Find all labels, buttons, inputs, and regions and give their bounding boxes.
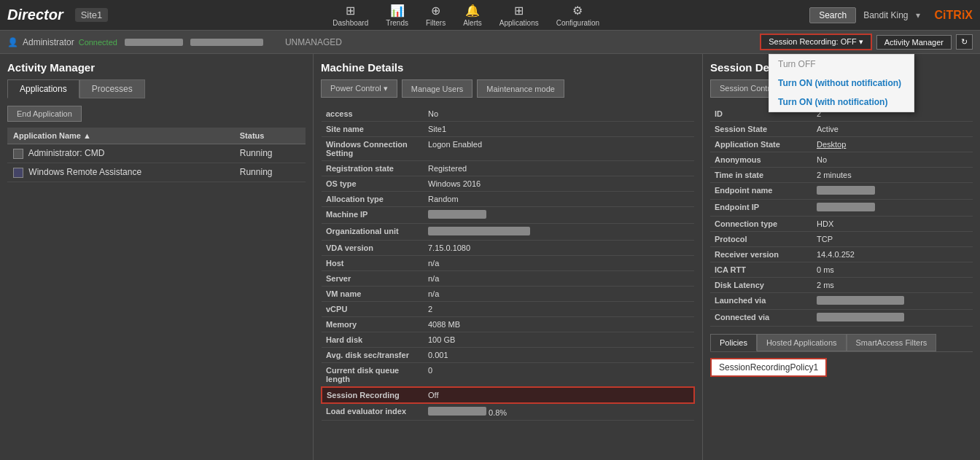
session-value [812, 293, 973, 310]
detail-row: Site name Site1 [322, 122, 694, 137]
tab-hosted-apps[interactable]: Hosted Applications [757, 334, 847, 351]
tab-applications[interactable]: Applications [7, 79, 79, 98]
table-row[interactable]: Windows Remote Assistance Running [7, 163, 306, 182]
detail-label: Registration state [322, 161, 424, 176]
session-label: Receiver version [710, 247, 812, 262]
session-recording-button[interactable]: Session Recording: OFF ▾ [760, 34, 872, 50]
detail-value: Random [424, 192, 694, 207]
sub-header-right: Session Recording: OFF ▾ Activity Manage… [760, 34, 973, 50]
table-row[interactable]: Administrator: CMD Running [7, 144, 306, 163]
session-value: 14.4.0.252 [812, 247, 973, 262]
blurred-connected-via [817, 313, 904, 321]
tab-smartaccess[interactable]: SmartAccess Filters [847, 334, 937, 351]
detail-label: Session Recording [322, 387, 424, 403]
user-dropdown-icon[interactable]: ▾ [916, 10, 920, 20]
detail-row: Server n/a [322, 271, 694, 286]
detail-row: Registration state Registered [322, 161, 694, 176]
session-value [812, 183, 973, 200]
detail-row: Organizational unit [322, 224, 694, 241]
blurred-endpoint-name [817, 186, 875, 195]
manage-users-button[interactable]: Manage Users [402, 79, 473, 98]
session-info-row: ICA RTT 0 ms [710, 262, 973, 278]
tab-policies[interactable]: Policies [710, 334, 757, 351]
session-info-row: Receiver version 14.4.0.252 [710, 247, 973, 262]
app-icon-cmd [13, 149, 23, 159]
session-label: ICA RTT [710, 262, 812, 278]
blurred-machine-ip [428, 210, 486, 219]
activity-manager-title: Activity Manager [7, 61, 306, 74]
dropdown-turn-on-no-notif[interactable]: Turn ON (without notification) [769, 74, 914, 93]
detail-row: Machine IP [322, 207, 694, 224]
detail-value [424, 207, 694, 224]
session-label: Endpoint name [710, 183, 812, 200]
session-info-row: Connected via [710, 310, 973, 327]
detail-value: Windows 2016 [424, 176, 694, 192]
session-label: Anonymous [710, 152, 812, 168]
detail-value: Registered [424, 161, 694, 176]
detail-label: Memory [322, 317, 424, 332]
app-name-cell: Windows Remote Assistance [7, 163, 234, 182]
dropdown-turn-off[interactable]: Turn OFF [769, 55, 914, 74]
session-value: Desktop [812, 137, 973, 152]
session-info-row: Protocol TCP [710, 232, 973, 247]
session-info-row: Application State Desktop [710, 137, 973, 152]
nav-configuration[interactable]: ⚙ Configuration [556, 4, 599, 27]
desktop-link[interactable]: Desktop [817, 140, 846, 149]
detail-value: Site1 [424, 122, 694, 137]
detail-label: Avg. disk sec/transfer [322, 348, 424, 363]
detail-row: Load evaluator index 0.8% [322, 403, 694, 421]
detail-label: Site name [322, 122, 424, 137]
detail-value: n/a [424, 271, 694, 286]
nav-filters[interactable]: ⊕ Filters [426, 4, 446, 27]
blurred-sub2 [190, 39, 263, 46]
site-label: Site1 [75, 8, 109, 22]
user-icon: 👤 [7, 37, 18, 47]
detail-label: VM name [322, 286, 424, 302]
dropdown-turn-on-notif[interactable]: Turn ON (with notification) [769, 93, 914, 112]
nav-applications[interactable]: ⊞ Applications [499, 4, 539, 27]
tab-processes[interactable]: Processes [79, 79, 145, 98]
connected-badge: Connected [79, 38, 117, 47]
detail-value: 0 [424, 363, 694, 388]
activity-manager-button[interactable]: Activity Manager [876, 35, 952, 50]
app-name-cell: Administrator: CMD [7, 144, 234, 163]
col-app-name: Application Name ▲ [7, 128, 234, 144]
detail-label: Load evaluator index [322, 403, 424, 421]
nav-dashboard[interactable]: ⊞ Dashboard [332, 4, 368, 27]
nav-alerts[interactable]: 🔔 Alerts [463, 4, 482, 27]
nav-trends[interactable]: 📊 Trends [386, 4, 408, 27]
detail-row: VDA version 7.15.0.1080 [322, 241, 694, 256]
machine-controls: Power Control ▾ Manage Users Maintenance… [321, 79, 695, 98]
user-label: Bandit King [863, 10, 908, 20]
detail-value: 4088 MB [424, 317, 694, 332]
power-control-button[interactable]: Power Control ▾ [321, 79, 397, 98]
session-value: Active [812, 122, 973, 137]
detail-row: Windows Connection Setting Logon Enabled [322, 137, 694, 161]
detail-label: Current disk queue length [322, 363, 424, 388]
sub-header: 👤 Administrator Connected UNMANAGED Sess… [0, 31, 980, 54]
detail-value highlight-orange: 0.001 [424, 348, 694, 363]
detail-value: 100 GB [424, 332, 694, 348]
detail-value: n/a [424, 256, 694, 271]
applications-table: Application Name ▲ Status Administrator:… [7, 128, 306, 182]
detail-value [424, 224, 694, 241]
detail-row: VM name n/a [322, 286, 694, 302]
end-application-button[interactable]: End Application [7, 106, 82, 122]
session-label: Application State [710, 137, 812, 152]
session-value: No [812, 152, 973, 168]
maintenance-mode-button[interactable]: Maintenance mode [477, 79, 564, 98]
app-status-cell: Running [234, 163, 306, 182]
applications-icon: ⊞ [514, 4, 524, 17]
detail-value: n/a [424, 286, 694, 302]
unmanaged-label: UNMANAGED [285, 37, 342, 47]
session-value: 2 minutes [812, 168, 973, 183]
policies-tab-content: SessionRecordingPolicy1 [710, 358, 973, 377]
refresh-button[interactable]: ↻ [956, 34, 973, 50]
app-icon-remote [13, 168, 23, 178]
search-button[interactable]: Search [809, 7, 856, 23]
machine-details-table: access No Site name Site1 Windows Connec… [321, 106, 695, 421]
session-info-row: Connection type HDX [710, 217, 973, 232]
session-recording-detail-row: Session Recording Off [322, 387, 694, 403]
detail-label: Hard disk [322, 332, 424, 348]
configuration-icon: ⚙ [572, 4, 583, 17]
